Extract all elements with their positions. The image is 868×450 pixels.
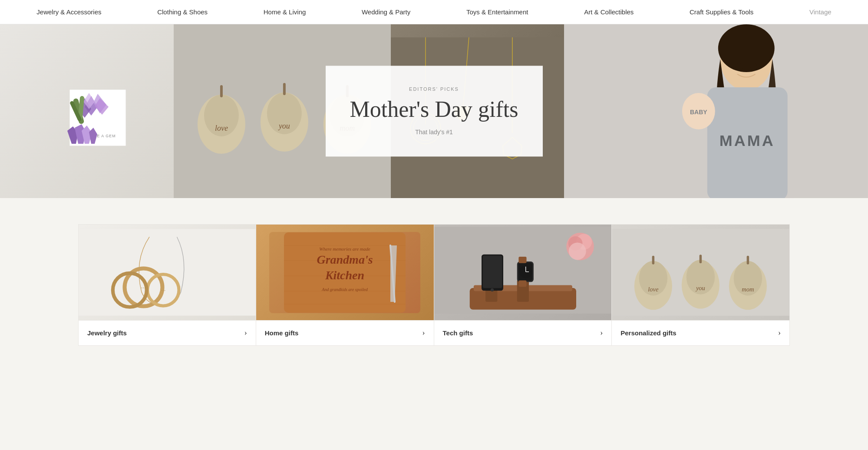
product-image-personalized: love you mom [612,225,789,320]
mama-illustration: MAMA BABY [564,24,868,198]
svg-text:love: love [648,286,659,293]
hero-text-overlay: EDITORS' PICKS Mother's Day gifts That l… [326,66,543,156]
svg-rect-21 [283,83,286,95]
arrow-icon-home: › [422,328,425,338]
svg-text:BABY: BABY [690,109,707,116]
hero-title: Mother's Day gifts [343,97,525,122]
svg-text:MAMA: MAMA [719,132,775,149]
svg-point-37 [718,24,775,72]
svg-text:And grandkids are spoiled: And grandkids are spoiled [321,287,368,292]
svg-text:you: you [278,122,290,130]
cutting-board-illustration: Where memories are made Grandma's Kitche… [269,232,420,313]
svg-rect-86 [652,256,654,265]
product-footer-jewelry: Jewelry gifts › [79,320,256,345]
svg-point-43 [750,63,757,71]
nav-item-craft[interactable]: Craft Supplies & Tools [682,8,761,16]
hero-banner: YOU ARE A GEM love [0,24,868,198]
svg-rect-90 [700,255,702,263]
product-image-tech [434,225,612,320]
main-nav: Jewelry & Accessories Clothing & Shoes H… [0,0,868,24]
svg-rect-78 [518,257,526,263]
editors-picks-label: EDITORS' PICKS [343,86,525,92]
svg-text:mom: mom [742,286,754,293]
nav-item-toys[interactable]: Toys & Entertainment [459,8,536,16]
product-card-home[interactable]: Where memories are made Grandma's Kitche… [256,224,434,346]
nav-item-home[interactable]: Home & Living [256,8,314,16]
arrow-icon-personalized: › [778,328,781,338]
product-label-home: Home gifts [265,329,299,337]
nav-item-jewelry[interactable]: Jewelry & Accessories [29,8,109,16]
product-section: • • • • • • Jewelry gifts › [0,198,868,372]
arrow-icon-jewelry: › [244,328,247,338]
product-image-home: Where memories are made Grandma's Kitche… [256,225,434,320]
product-image-jewelry: • • • • • • [79,225,256,320]
hero-subtitle: That lady's #1 [343,129,525,136]
svg-text:• • •: • • • [142,286,146,289]
svg-point-73 [490,288,493,291]
nav-item-art[interactable]: Art & Collectibles [576,8,641,16]
jewelry-image-svg: • • • • • • [79,225,256,320]
product-label-jewelry: Jewelry gifts [87,329,127,337]
nav-item-vintage[interactable]: Vintage [802,8,839,16]
svg-text:Kitchen: Kitchen [325,268,364,282]
svg-text:Grandma's: Grandma's [317,253,373,266]
svg-text:you: you [695,285,705,291]
hero-panel-left: YOU ARE A GEM [0,24,174,198]
product-card-tech[interactable]: Tech gifts › [434,224,612,346]
nav-item-clothing[interactable]: Clothing & Shoes [149,8,215,16]
product-footer-personalized: Personalized gifts › [612,320,789,345]
nav-item-wedding[interactable]: Wedding & Party [354,8,418,16]
svg-rect-44 [79,229,256,315]
svg-rect-17 [220,85,223,97]
svg-point-42 [736,63,743,71]
product-footer-home: Home gifts › [256,320,434,345]
svg-rect-72 [482,255,502,288]
product-card-jewelry[interactable]: • • • • • • Jewelry gifts › [78,224,256,346]
cutting-board-svg: Where memories are made Grandma's Kitche… [284,232,406,313]
svg-text:Where memories are made: Where memories are made [319,246,370,251]
product-footer-tech: Tech gifts › [434,320,612,345]
arrow-icon-tech: › [600,328,603,338]
svg-point-66 [568,242,586,260]
tech-image-svg [434,225,612,316]
product-card-personalized[interactable]: love you mom Personalized gift [612,224,790,346]
hero-panel-right: MAMA BABY [564,24,868,198]
gem-card-illustration: YOU ARE A GEM [43,63,130,159]
svg-rect-94 [747,256,749,265]
product-label-personalized: Personalized gifts [620,329,676,337]
svg-rect-79 [518,281,526,287]
product-label-tech: Tech gifts [443,329,473,337]
svg-text:love: love [215,124,228,132]
product-grid: • • • • • • Jewelry gifts › [78,224,790,346]
svg-text:• • •: • • • [161,289,165,292]
personalized-image-svg: love you mom [612,225,789,320]
